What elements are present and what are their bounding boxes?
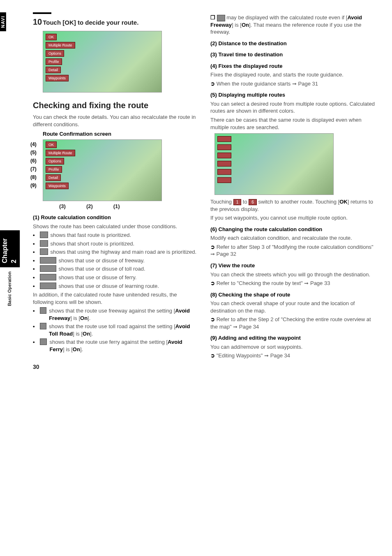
list-item: shows that the route use freeway against…	[33, 307, 198, 322]
callout: (3)	[59, 203, 66, 210]
list-item: shows that using the highway and main ro…	[33, 248, 198, 256]
h1-route-calc: (1) Route calculation condition	[33, 214, 198, 221]
route-option-1	[217, 136, 231, 142]
h9-ref: "Editing Waypoints" ➞ Page 34	[210, 352, 376, 359]
h6-ref: Refer to after Step 3 of "Modifying the …	[210, 243, 376, 258]
h7-ref: Refer to "Checking the route by text" ➞ …	[210, 280, 376, 287]
h9: (9) Adding and editing the waypoint	[210, 334, 376, 342]
shot-btn: Profile	[46, 58, 62, 65]
route-option-5	[217, 169, 231, 175]
list-item: shows that use or disuse of freeway.	[33, 257, 198, 264]
h8: (8) Checking the shape of route	[210, 291, 376, 299]
route-option-3	[217, 153, 231, 158]
h8-ref: Refer to after the Step 2 of "Checking t…	[210, 316, 376, 330]
learning-toggle-icon	[40, 283, 56, 289]
h7-body: You can check the streets which you will…	[210, 271, 376, 278]
h4: (4) Fixes the displayed route	[210, 63, 376, 70]
touching-text: Touching 1 to 6 switch to another route.…	[210, 198, 376, 213]
route-option-2	[217, 144, 231, 150]
list-item: shows that the route use toll road again…	[33, 323, 198, 337]
h9-body: You can add/remove or sort waypoints.	[210, 343, 376, 351]
h6-body: Modify each calculation condition, and r…	[210, 234, 376, 242]
list-item: shows that use or disuse of toll road.	[33, 265, 198, 273]
list-item: shows that the route use ferry against t…	[33, 338, 198, 353]
shot-btn: OK	[46, 34, 57, 40]
shot-btn: Multiple Route	[46, 150, 75, 156]
shot-btn: Profile	[46, 166, 62, 173]
shot-btn: Waypoints	[46, 75, 69, 81]
section-title: Checking and fixing the route	[33, 100, 198, 111]
route-option-6	[217, 177, 231, 183]
short-route-icon	[40, 240, 48, 247]
route-ok-screenshot: OK Multiple Route Options Profile Detail…	[43, 31, 162, 93]
shot-btn: Options	[46, 50, 64, 57]
h4-ref: When the route guidance starts ➞ Page 31	[210, 80, 376, 88]
conf-title: Route Confirmation screen	[43, 130, 198, 138]
freeway-toggle-icon	[40, 257, 56, 264]
basic-operation-label: Basic Operation	[7, 271, 13, 306]
list-item: shows that fast route is prioritized.	[33, 232, 198, 239]
fast-route-icon	[40, 232, 48, 238]
h1-body: Shows the route has been calculated unde…	[33, 223, 198, 230]
page-number: 30	[33, 363, 39, 371]
multi-route-screenshot	[214, 133, 334, 195]
freeway-ref-icon	[217, 15, 225, 21]
shot-btn: OK	[46, 141, 57, 148]
h8-body: You can check overall shape of your rout…	[210, 300, 376, 314]
highway-icon	[40, 248, 48, 255]
route-confirm-screenshot: (4) (5) (6) (7) (8) (9) OK Multiple Rout…	[43, 139, 198, 210]
h5-body1: You can select a desired route from mult…	[210, 100, 376, 115]
toll-toggle-icon	[40, 265, 56, 272]
h7: (7) View the route	[210, 262, 376, 269]
waypoint-note: If you set waypoints, you cannot use mul…	[210, 214, 376, 222]
freeway-warn-icon	[40, 307, 47, 314]
callout: (7)	[30, 166, 37, 172]
section-intro: You can check the route details. You can…	[33, 114, 198, 128]
h2: (2) Distance to the destination	[210, 40, 376, 47]
shot-btn: Waypoints	[46, 183, 69, 189]
note-freeway: may be displayed with the calculated rou…	[210, 14, 376, 36]
navi-tab: NAVI	[0, 12, 6, 31]
shot-btn: Detail	[46, 67, 61, 73]
shot-btn: Detail	[46, 174, 61, 181]
h3: (3) Travel time to destination	[210, 51, 376, 58]
list-item: shows that use or disuse of learning rou…	[33, 283, 198, 290]
h5-body2: There can be cases that the same route i…	[210, 116, 376, 131]
callout: (2)	[86, 203, 93, 210]
callout: (4)	[30, 141, 37, 148]
callout: (6)	[30, 158, 37, 164]
callout: (8)	[30, 174, 37, 181]
step-heading: 10Touch [OK] to decide your route.	[33, 16, 198, 28]
ferry-toggle-icon	[40, 274, 56, 280]
section-rule	[33, 12, 51, 14]
h5: (5) Displaying multiple routes	[210, 91, 376, 99]
callout: (9)	[30, 182, 37, 189]
additional-text: In addition, if the calculated route hav…	[33, 291, 198, 306]
route-option-4	[217, 161, 231, 167]
toll-warn-icon	[40, 323, 46, 329]
shot-btn: Multiple Route	[46, 42, 75, 49]
route-pill-1: 1	[233, 199, 242, 206]
shot-btn: Options	[46, 158, 64, 164]
route-pill-6: 6	[249, 199, 257, 206]
callout: (1)	[113, 203, 120, 210]
list-item: shows that short route is prioritized.	[33, 240, 198, 248]
callout: (5)	[30, 149, 37, 156]
h4-body: Fixes the displayed route, and starts th…	[210, 71, 376, 79]
step-text: Touch [OK] to decide your route.	[43, 19, 138, 26]
ferry-warn-icon	[40, 338, 47, 345]
h6: (6) Changing the route calculation condi…	[210, 226, 376, 233]
step-number: 10	[33, 17, 42, 26]
list-item: shows that use or disuse of ferry.	[33, 274, 198, 281]
chapter-tab: Chapter 2	[0, 230, 20, 267]
